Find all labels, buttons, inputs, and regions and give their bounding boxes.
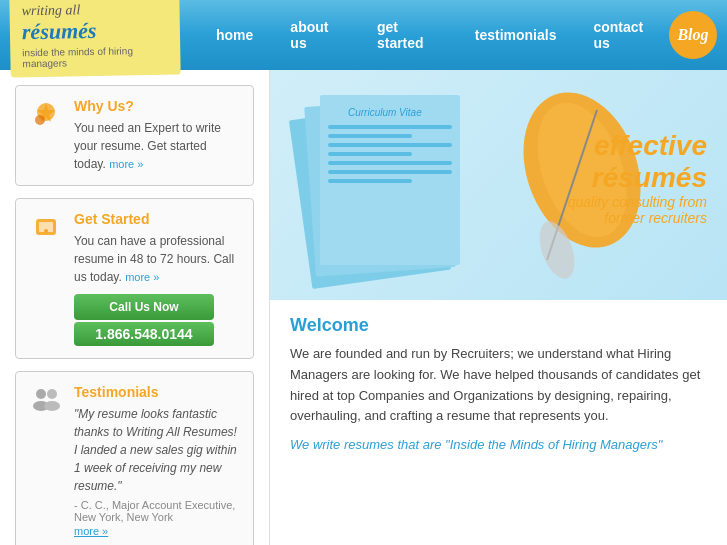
line2 [328,134,412,138]
why-us-content: Why Us? You need an Expert to write your… [74,98,241,173]
get-started-icon [28,211,64,243]
testimonials-icon [28,384,64,416]
line1 [328,125,452,129]
header: writing all résumés inside the minds of … [0,0,727,70]
svg-point-8 [47,389,57,399]
nav-home[interactable]: home [200,21,269,49]
line5 [328,161,452,165]
nav-about[interactable]: about us [274,13,356,57]
main-nav: home about us get started testimonials c… [200,13,669,57]
testimonials-section: Testimonials "My resume looks fantastic … [15,371,254,545]
hero-text: effective résumés quality consulting fro… [568,130,707,226]
main-content: Why Us? You need an Expert to write your… [0,70,727,545]
why-us-title: Why Us? [74,98,241,114]
hero-effective: effective [568,130,707,162]
get-started-text: You can have a professional resume in 48… [74,232,241,286]
paper-lines [320,125,460,183]
why-us-text: You need an Expert to write your resume.… [74,119,241,173]
phone-number: 1.866.548.0144 [74,322,214,346]
testimonials-content: Testimonials "My resume looks fantastic … [74,384,241,538]
blog-button[interactable]: Blog [669,11,717,59]
welcome-italic: We write resumes that are "Inside the Mi… [290,437,707,452]
line3 [328,143,452,147]
welcome-section: Welcome We are founded and run by Recrui… [270,300,727,467]
testimonials-more[interactable]: more » [74,525,108,537]
svg-point-9 [44,401,60,411]
svg-point-6 [36,389,46,399]
call-now-button[interactable]: Call Us Now [74,294,214,320]
line7 [328,179,412,183]
why-us-more[interactable]: more » [109,158,143,170]
hero-resumes: résumés [568,162,707,194]
sidebar: Why Us? You need an Expert to write your… [0,70,270,545]
nav-contact[interactable]: contact us [577,13,669,57]
get-started-title: Get Started [74,211,241,227]
why-us-icon [28,98,64,130]
svg-point-5 [44,229,48,233]
svg-point-2 [35,115,45,125]
phone-icon [30,211,62,243]
welcome-heading: Welcome [290,315,707,336]
cv-label: Curriculum Vitae [348,107,422,118]
logo-resumes: résumés [22,17,168,46]
line4 [328,152,412,156]
nav-get-started[interactable]: get started [361,13,454,57]
testimonial-author: - C. C., Major Account Executive, New Yo… [74,499,241,523]
welcome-body: We are founded and run by Recruiters; we… [290,344,707,427]
star-icon [30,98,62,130]
get-started-section: Get Started You can have a professional … [15,198,254,359]
get-started-content: Get Started You can have a professional … [74,211,241,346]
content-area: Curriculum Vitae [270,70,727,545]
testimonial-quote: "My resume looks fantastic thanks to Wri… [74,405,241,495]
hero-former: former recruiters [568,210,707,226]
hero-quality: quality consulting from [568,194,707,210]
nav-testimonials[interactable]: testimonials [459,21,573,49]
logo: writing all résumés inside the minds of … [9,0,180,77]
hero-section: Curriculum Vitae [270,70,727,300]
why-us-section: Why Us? You need an Expert to write your… [15,85,254,186]
paper-front: Curriculum Vitae [320,95,460,265]
logo-tagline: inside the minds of hiring managers [22,45,168,70]
get-started-more[interactable]: more » [125,271,159,283]
people-icon [30,384,62,416]
line6 [328,170,452,174]
testimonials-title: Testimonials [74,384,241,400]
